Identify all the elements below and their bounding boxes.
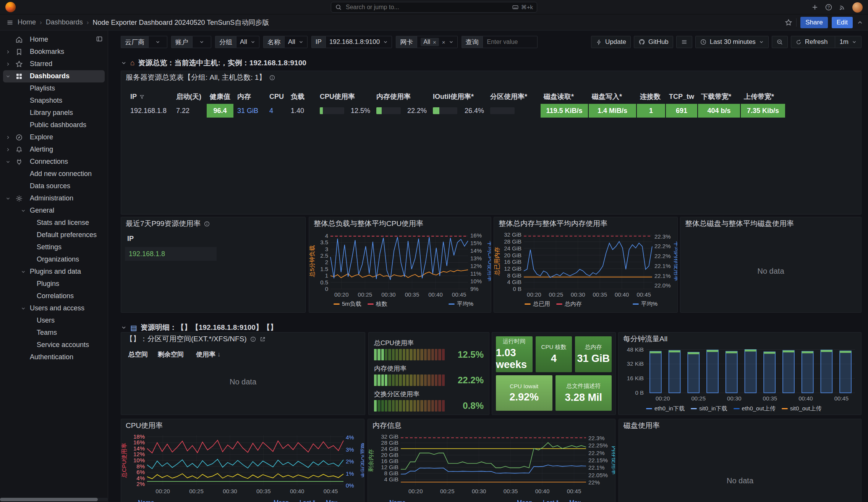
filter-icon[interactable] xyxy=(139,94,145,100)
sidebar-item-public-dashboards[interactable]: Public dashboards xyxy=(3,119,105,131)
panel-title[interactable]: 最近7天P99资源使用率 xyxy=(121,217,305,230)
table-col-header[interactable]: IOutil使用率* xyxy=(430,90,487,103)
legend-item[interactable]: 总已用 xyxy=(525,300,550,308)
col-free-space[interactable]: 剩余空间 xyxy=(158,350,184,359)
sidebar-item-organizations[interactable]: Organizations xyxy=(3,253,105,266)
search-box[interactable]: ⌘+k xyxy=(331,2,537,13)
update-button[interactable]: Update xyxy=(591,36,631,48)
cpu-chart-canvas[interactable]: 2%4%6%8%10%12%14%16%18%0%1%2%3%4%00:2000… xyxy=(121,432,364,496)
scrollbar-thumb[interactable] xyxy=(0,498,98,501)
table-col-header[interactable]: 磁盘读取* xyxy=(541,90,589,103)
sidebar-item-playlists[interactable]: Playlists xyxy=(3,82,105,95)
avatar[interactable] xyxy=(852,2,863,13)
refresh-interval-select[interactable]: 1m xyxy=(835,36,861,48)
breadcrumb-item[interactable]: Dashboards xyxy=(46,18,83,26)
legend-item[interactable]: 平均% xyxy=(633,300,657,308)
filter-value-select[interactable]: All xyxy=(236,36,259,48)
table-col-header[interactable]: 负载 xyxy=(288,90,317,103)
sidebar-item-starred[interactable]: Starred xyxy=(3,58,105,70)
sidebar-item-administration[interactable]: Administration xyxy=(3,192,105,205)
sidebar-item-teams[interactable]: Teams xyxy=(3,327,105,339)
series-col-stat[interactable]: Last * xyxy=(543,499,559,502)
panel-title[interactable]: CPU使用率 xyxy=(121,419,364,432)
breadcrumb-item[interactable]: Home xyxy=(18,18,36,26)
time-range-picker[interactable]: Last 30 minutes xyxy=(695,36,769,48)
table-col-header[interactable]: 连接数 xyxy=(637,90,666,103)
memory-info-chart-canvas[interactable]: 4 GiB8 GiB12 GiB16 GiB20 GiB24 GiB28 GiB… xyxy=(368,432,615,496)
table-col-header[interactable]: TCP_tw xyxy=(666,90,698,103)
table-col-header[interactable]: CPU使用率 xyxy=(317,90,373,103)
selected-value-chip[interactable]: All× xyxy=(421,38,439,46)
github-button[interactable]: GitHub xyxy=(634,36,673,48)
share-button[interactable]: Share xyxy=(800,17,828,28)
zoom-out-button[interactable] xyxy=(772,36,788,48)
panel-title[interactable]: 整体总负载与整体平均CPU使用率 xyxy=(309,217,491,230)
series-col-stat[interactable]: Last * xyxy=(300,499,315,502)
info-icon[interactable] xyxy=(250,336,256,342)
load-cpu-chart-canvas[interactable]: 00.511.522.533.549%10%11%12%13%14%15%16%… xyxy=(309,230,491,299)
filter-value-select[interactable] xyxy=(148,36,167,48)
panel-list-button[interactable] xyxy=(676,36,692,48)
sidebar-item-settings[interactable]: Settings xyxy=(3,241,105,253)
sidebar-item-general[interactable]: General xyxy=(3,205,105,217)
panel-title[interactable]: 【】：分区可用空间(EXT.*/XFS/NFS) xyxy=(121,333,365,345)
panel-title[interactable]: 服务器资源总览表【分组: All, 主机总数: 1】 xyxy=(121,71,861,84)
sidebar-item-dashboards[interactable]: Dashboards xyxy=(3,70,105,82)
col-usage[interactable]: 使用率 ↓ xyxy=(196,350,220,359)
section-resource-detail[interactable]: ▤ 资源明细：【】【192.168.1.8:9100】【】 xyxy=(121,323,277,333)
filter-value-select[interactable]: All xyxy=(284,36,308,48)
filter-value-select[interactable]: All×× xyxy=(417,36,457,48)
sidebar-item-users[interactable]: Users xyxy=(3,315,105,327)
legend-item[interactable]: sit0_out上传 xyxy=(782,405,822,412)
table-col-header[interactable]: 下载带宽* xyxy=(698,90,741,103)
table-col-header[interactable]: 启动(天) xyxy=(173,90,207,103)
sidebar-item-users-and-access[interactable]: Users and access xyxy=(3,302,105,315)
info-icon[interactable] xyxy=(269,74,275,81)
traffic-chart-canvas[interactable]: 0 B16 KiB32 KiB48 KiB00:2000:2500:3000:3… xyxy=(619,345,861,403)
legend-item[interactable]: eth0_in下载 xyxy=(646,405,685,412)
mega-menu-icon[interactable] xyxy=(6,19,14,26)
table-col-header[interactable]: 内存 xyxy=(234,90,266,103)
legend-item[interactable]: 平均% xyxy=(449,300,473,308)
refresh-button[interactable]: Refresh xyxy=(791,36,832,48)
panel-title[interactable]: 整体总内存与整体平均内存使用率 xyxy=(494,217,677,230)
filter-value-select[interactable] xyxy=(483,36,538,48)
legend-item[interactable]: eth0_out上传 xyxy=(734,405,776,412)
sidebar-item-data-sources[interactable]: Data sources xyxy=(3,180,105,192)
table-col-header[interactable]: IP xyxy=(127,90,173,103)
sidebar-item-connections[interactable]: Connections xyxy=(3,156,105,168)
sidebar-item-home[interactable]: Home xyxy=(3,34,105,46)
panel-title[interactable]: 整体总磁盘与整体平均磁盘使用率 xyxy=(680,217,861,230)
sidebar-item-authentication[interactable]: Authentication xyxy=(3,351,105,363)
p99-column-header[interactable]: IP xyxy=(127,235,134,243)
series-col-name[interactable]: Name xyxy=(389,499,406,502)
sidebar-item-bookmarks[interactable]: Bookmarks xyxy=(3,46,105,58)
new-item-icon[interactable] xyxy=(811,3,819,11)
memory-chart-canvas[interactable]: 0 B4 GiB8 GiB12 GiB16 GiB20 GiB24 GiB28 … xyxy=(494,230,677,299)
collapse-toolbar-icon[interactable] xyxy=(857,19,863,26)
edit-button[interactable]: Edit xyxy=(832,17,853,28)
sidebar-item-library-panels[interactable]: Library panels xyxy=(3,107,105,119)
filter-query-input[interactable] xyxy=(486,38,534,46)
sidebar-item-snapshots[interactable]: Snapshots xyxy=(3,95,105,107)
series-col-stat[interactable]: Max ~ xyxy=(326,499,343,502)
col-total-space[interactable]: 总空间 xyxy=(128,350,148,359)
legend-item[interactable]: 核数 xyxy=(368,300,387,308)
table-col-header[interactable]: 健康值 xyxy=(207,90,234,103)
series-col-name[interactable]: Name xyxy=(138,499,154,502)
remove-value-icon[interactable]: × xyxy=(433,39,436,45)
panel-title[interactable]: 每分钟流量All xyxy=(619,333,861,345)
legend-item[interactable]: 总内存 xyxy=(556,300,582,308)
legend-item[interactable]: 5m负载 xyxy=(334,300,361,308)
series-col-stat[interactable]: Mean xyxy=(274,499,289,502)
sidebar-item-plugins-and-data[interactable]: Plugins and data xyxy=(3,266,105,278)
star-dashboard-icon[interactable] xyxy=(785,19,792,26)
help-icon[interactable]: ? xyxy=(825,3,832,11)
table-col-header[interactable]: 分区使用率* xyxy=(487,90,541,103)
external-link-icon[interactable] xyxy=(259,336,266,342)
sidebar-item-alerting[interactable]: Alerting xyxy=(3,144,105,156)
sidebar-item-service-accounts[interactable]: Service accounts xyxy=(3,339,105,351)
table-col-header[interactable]: CPU xyxy=(266,90,288,103)
sidebar-item-explore[interactable]: Explore xyxy=(3,131,105,144)
section-resource-overview[interactable]: ⌂ 资源总览：当前选中主机:，实例：192.168.1.8:9100 xyxy=(121,58,306,68)
